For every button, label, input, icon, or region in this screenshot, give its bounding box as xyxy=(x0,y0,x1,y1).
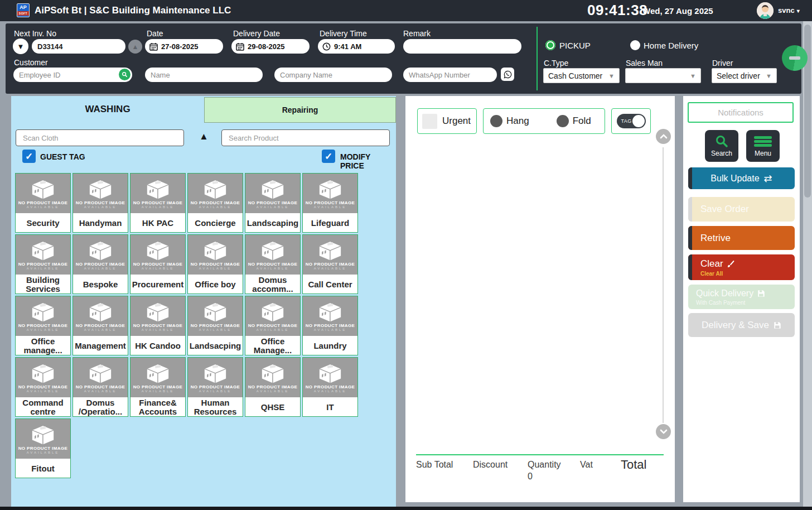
product-tile[interactable]: NO PRODUCT IMAGE AVAILABLE Call Center xyxy=(302,234,358,294)
no-image-line2: AVAILABLE xyxy=(199,328,231,331)
delivery-date-input[interactable]: 29-08-2025 xyxy=(231,39,310,54)
retrive-button[interactable]: Retrive xyxy=(688,226,795,250)
delivery-date-label: Delivery Date xyxy=(233,29,280,38)
modify-price-checkbox[interactable]: ✓ xyxy=(322,150,335,163)
product-tile[interactable]: NO PRODUCT IMAGE AVAILABLE Handyman xyxy=(72,173,128,233)
user-menu[interactable]: svnc▾ xyxy=(778,6,800,15)
collapse-triangle-icon[interactable]: ▲ xyxy=(199,132,209,141)
product-tile[interactable]: NO PRODUCT IMAGE AVAILABLE Laundry xyxy=(302,296,358,355)
tag-option: TAG xyxy=(611,108,651,134)
customer-search-button[interactable] xyxy=(119,69,130,80)
product-tile[interactable]: NO PRODUCT IMAGE AVAILABLE Lifeguard xyxy=(302,173,358,233)
product-tile[interactable]: NO PRODUCT IMAGE AVAILABLE Landsacping xyxy=(187,296,243,355)
product-label: HK PAC xyxy=(130,213,185,233)
customer-id-input[interactable] xyxy=(13,68,132,82)
no-image-line1: NO PRODUCT IMAGE xyxy=(76,323,125,328)
scan-cloth-input[interactable] xyxy=(16,129,184,146)
save-order-button[interactable]: Save Order xyxy=(688,197,795,222)
check-icon: ✓ xyxy=(325,151,332,162)
inv-decrement-button[interactable]: ▼ xyxy=(13,39,28,54)
no-image-line2: AVAILABLE xyxy=(257,389,289,393)
cart-scroll-down-button[interactable] xyxy=(656,424,671,439)
product-label: HK Candoo xyxy=(130,336,185,356)
customer-name-input[interactable] xyxy=(145,68,263,82)
triangle-up-icon: ▲ xyxy=(132,43,139,51)
package-box-icon xyxy=(28,179,58,200)
product-tile[interactable]: NO PRODUCT IMAGE AVAILABLE Management xyxy=(72,296,128,355)
inv-increment-button[interactable]: ▲ xyxy=(128,40,142,54)
product-tile[interactable]: NO PRODUCT IMAGE AVAILABLE HK PAC xyxy=(130,173,186,233)
product-tile[interactable]: NO PRODUCT IMAGE AVAILABLE Domus accomm.… xyxy=(245,234,301,294)
hang-radio[interactable] xyxy=(490,115,502,127)
product-tile[interactable]: NO PRODUCT IMAGE AVAILABLE Finance& Acco… xyxy=(130,357,186,417)
product-label: Bespoke xyxy=(73,275,128,295)
product-tile[interactable]: NO PRODUCT IMAGE AVAILABLE Human Resourc… xyxy=(187,357,243,417)
user-avatar[interactable] xyxy=(757,2,774,19)
company-name-input[interactable] xyxy=(274,68,392,82)
product-tile[interactable]: NO PRODUCT IMAGE AVAILABLE IT xyxy=(302,357,358,417)
bulk-update-button[interactable]: Bulk Update ⇄ xyxy=(688,167,795,189)
subtotal-label: Sub Total xyxy=(416,460,453,470)
product-image-placeholder: NO PRODUCT IMAGE AVAILABLE xyxy=(16,419,70,459)
product-tile[interactable]: NO PRODUCT IMAGE AVAILABLE Concierge xyxy=(187,173,243,233)
no-image-line2: AVAILABLE xyxy=(314,205,346,209)
header-clock: 09:41:38 xyxy=(587,2,647,19)
product-tile[interactable]: NO PRODUCT IMAGE AVAILABLE Office Manage… xyxy=(245,296,301,355)
ctype-label: C.Type xyxy=(544,59,568,68)
ctype-select[interactable]: Cash Customer ▼ xyxy=(543,68,620,83)
driver-select[interactable]: Select driver ▼ xyxy=(712,68,777,83)
no-image-line1: NO PRODUCT IMAGE xyxy=(76,384,125,389)
product-tile[interactable]: NO PRODUCT IMAGE AVAILABLE Building Serv… xyxy=(15,234,71,294)
save-icon xyxy=(774,321,781,329)
search-button[interactable]: Search xyxy=(705,130,738,162)
next-inv-input[interactable] xyxy=(32,39,125,54)
tag-toggle[interactable]: TAG xyxy=(617,114,646,128)
fold-radio[interactable] xyxy=(557,115,569,127)
no-image-line2: AVAILABLE xyxy=(199,389,231,393)
product-label: Handyman xyxy=(73,213,128,233)
product-tile[interactable]: NO PRODUCT IMAGE AVAILABLE Office manage… xyxy=(15,296,71,355)
product-tile[interactable]: NO PRODUCT IMAGE AVAILABLE Fitout xyxy=(15,418,71,478)
pickup-radio[interactable] xyxy=(545,40,555,50)
tab-repairing[interactable]: Repairing xyxy=(204,97,396,123)
product-label: Security xyxy=(16,213,70,233)
cart-scroll-up-button[interactable] xyxy=(656,129,671,144)
product-tile[interactable]: NO PRODUCT IMAGE AVAILABLE Command centr… xyxy=(15,357,71,417)
no-image-line1: NO PRODUCT IMAGE xyxy=(18,323,68,328)
product-image-placeholder: NO PRODUCT IMAGE AVAILABLE xyxy=(245,358,300,397)
home-delivery-radio[interactable] xyxy=(630,40,640,50)
product-tile[interactable]: NO PRODUCT IMAGE AVAILABLE Domus /Operat… xyxy=(72,357,128,417)
product-tile[interactable]: NO PRODUCT IMAGE AVAILABLE QHSE xyxy=(245,357,301,417)
delivery-time-input[interactable]: 9:41 AM xyxy=(318,39,395,54)
whatsapp-input[interactable] xyxy=(403,68,497,82)
whatsapp-button[interactable] xyxy=(501,68,514,81)
product-label: Building Services xyxy=(16,275,70,295)
cart-scroll-track[interactable] xyxy=(663,147,664,423)
urgent-option[interactable]: Urgent xyxy=(417,108,477,134)
product-image-placeholder: NO PRODUCT IMAGE AVAILABLE xyxy=(303,235,357,275)
date-input[interactable]: 27-08-2025 xyxy=(145,39,223,54)
collapse-form-button[interactable] xyxy=(782,45,808,71)
product-tile[interactable]: NO PRODUCT IMAGE AVAILABLE Landscaping xyxy=(245,173,301,233)
product-tile[interactable]: NO PRODUCT IMAGE AVAILABLE Procurement xyxy=(130,234,186,294)
notifications-box[interactable]: Notifications xyxy=(688,102,794,123)
tab-washing[interactable]: WASHING xyxy=(11,96,204,123)
delivery-save-button[interactable]: Delivery & Save xyxy=(688,313,795,337)
guest-tag-checkbox[interactable]: ✓ xyxy=(22,150,36,163)
product-tile[interactable]: NO PRODUCT IMAGE AVAILABLE Security xyxy=(15,173,71,233)
quick-delivery-button[interactable]: Quick Delivery With Cash Payment xyxy=(688,285,795,309)
clear-button[interactable]: Clear Clear All xyxy=(688,254,795,280)
urgent-checkbox[interactable] xyxy=(422,114,437,129)
quick-delivery-sub-label: With Cash Payment xyxy=(696,300,795,306)
no-image-line1: NO PRODUCT IMAGE xyxy=(248,200,298,205)
package-box-icon xyxy=(85,240,115,261)
salesman-select[interactable]: ▼ xyxy=(625,68,701,83)
remark-input[interactable] xyxy=(403,39,521,54)
menu-button[interactable]: Menu xyxy=(746,130,780,162)
product-tile[interactable]: NO PRODUCT IMAGE AVAILABLE Office boy xyxy=(187,234,243,294)
whatsapp-icon xyxy=(504,70,512,79)
search-product-input[interactable] xyxy=(221,129,390,146)
product-tile[interactable]: NO PRODUCT IMAGE AVAILABLE HK Candoo xyxy=(130,296,186,355)
package-box-icon xyxy=(143,363,173,384)
product-tile[interactable]: NO PRODUCT IMAGE AVAILABLE Bespoke xyxy=(72,234,128,294)
